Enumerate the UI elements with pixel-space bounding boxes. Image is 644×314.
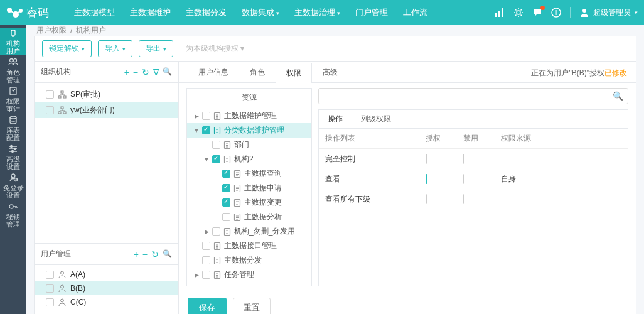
refresh-icon[interactable]: ↻ [142,67,149,77]
reset-button[interactable]: 重置 [233,298,271,314]
search-icon[interactable]: 🔍 [613,91,623,101]
checkbox[interactable] [222,170,230,178]
auth-checkbox[interactable] [426,154,427,164]
auth-checkbox[interactable] [426,174,427,184]
breadcrumb: 用户权限/机构用户 [26,25,644,36]
search-icon[interactable]: 🔍 [163,249,172,259]
sidebar-item-nologin[interactable]: 免登录设置 [0,172,26,200]
user-panel-title: 用户管理 [41,249,71,259]
svg-point-18 [11,174,15,178]
op-tab-column[interactable]: 列级权限 [352,110,400,128]
checkbox[interactable] [202,126,210,134]
add-icon[interactable]: + [124,67,129,77]
user-row[interactable]: A(A) [35,268,178,281]
gear-icon[interactable] [513,8,523,18]
tree-node[interactable]: ▶主数据维护管理 [187,109,311,123]
user-icon [58,284,67,293]
tree-node[interactable]: ▶任务管理 [187,268,311,282]
checkbox[interactable] [46,90,54,99]
tree-node[interactable]: 主数据接口管理 [187,239,311,253]
tree-node[interactable]: 主数据分析 [187,210,311,224]
checkbox[interactable] [212,141,220,149]
tab-permission[interactable]: 权限 [276,63,312,83]
checkbox[interactable] [46,298,54,306]
checkbox[interactable] [212,227,220,236]
brand-logo: 睿码 [6,5,49,20]
tab-role[interactable]: 角色 [239,62,276,82]
tab-userinfo[interactable]: 用户信息 [188,62,239,82]
tree-node[interactable]: 主数据分发 [187,253,311,268]
svg-rect-5 [502,8,503,17]
checkbox[interactable] [212,155,220,163]
sidebar-item-advanced[interactable]: 高级设置 [0,143,26,171]
checkbox[interactable] [202,256,210,264]
tree-node[interactable]: ▶机构_勿删_分发用 [187,224,311,239]
checkbox[interactable] [46,106,54,114]
deny-checkbox[interactable] [463,194,464,204]
checkbox[interactable] [46,284,54,293]
deny-checkbox[interactable] [463,174,464,184]
import-button[interactable]: 导入▾ [98,40,132,57]
nav-item[interactable]: 主数据模型 [68,0,121,25]
nav-item[interactable]: 主数据分发 [180,0,233,25]
sidebar-item-key[interactable]: 秘钥管理 [0,201,26,229]
doc-icon [233,213,242,222]
chat-icon[interactable] [532,8,542,18]
tree-node[interactable]: 主数据变更 [187,195,311,210]
org-row[interactable]: yw(业务部门) [35,102,178,118]
checkbox[interactable] [202,242,210,250]
doc-icon [223,141,232,149]
nav-item[interactable]: 主数据维护 [124,0,177,25]
filter-icon[interactable]: ∇ [153,67,159,77]
org-row[interactable]: SP(审批) [35,87,178,102]
svg-point-14 [10,116,16,119]
svg-rect-21 [61,91,63,93]
tree-node[interactable]: 部门 [187,138,311,152]
tree-node[interactable]: 主数据申请 [187,181,311,195]
checkbox[interactable] [202,112,210,120]
checkbox[interactable] [202,271,210,279]
checkbox[interactable] [222,184,230,192]
user-row[interactable]: B(B) [35,281,178,295]
save-button[interactable]: 保存 [188,298,227,314]
refresh-icon[interactable]: ↻ [151,249,159,259]
sidebar-item-table[interactable]: 库表配置 [0,114,26,142]
tree-node[interactable]: ▼分类数据维护管理 [187,123,311,138]
doc-icon [213,256,222,265]
deny-checkbox[interactable] [463,154,464,164]
svg-point-15 [11,146,13,148]
checkbox[interactable] [222,213,230,221]
export-button[interactable]: 导出▾ [139,40,173,57]
user-row[interactable]: C(C) [35,295,178,309]
nav-item[interactable]: 数据集成 [235,0,286,25]
svg-point-20 [9,205,13,208]
search-icon[interactable]: 🔍 [163,67,172,77]
tab-advanced[interactable]: 高级 [312,62,348,82]
lock-button[interactable]: 锁定解锁▾ [42,40,92,57]
info-icon[interactable]: i [551,8,561,18]
svg-rect-23 [63,96,66,98]
doc-icon [213,126,222,135]
nav-item[interactable]: 主数据治理 [288,0,346,25]
resource-search-input[interactable] [318,88,628,104]
logo-icon [6,7,23,18]
checkbox[interactable] [222,198,230,207]
tree-node[interactable]: 主数据查询 [187,166,311,181]
checkbox[interactable] [46,271,54,279]
svg-point-11 [10,59,13,62]
remove-icon[interactable]: − [142,249,148,259]
sidebar-item-org-user[interactable]: 机构用户 [0,28,26,55]
user-menu[interactable]: 超级管理员 ▾ [579,8,638,18]
sidebar-item-audit[interactable]: 权限审计 [0,85,26,113]
sidebar-item-role[interactable]: 角色管理 [0,57,26,84]
chart-icon[interactable] [495,8,505,18]
add-icon[interactable]: + [134,249,139,259]
nav-item[interactable]: 工作流 [397,0,434,25]
remove-icon[interactable]: − [133,67,138,77]
svg-point-6 [517,11,520,14]
tree-node[interactable]: ▼机构2 [187,152,311,166]
op-tab-action[interactable]: 操作 [319,110,352,128]
auth-checkbox[interactable] [426,194,427,204]
nav-item[interactable]: 门户管理 [349,0,394,25]
brand-text: 睿码 [26,5,49,20]
